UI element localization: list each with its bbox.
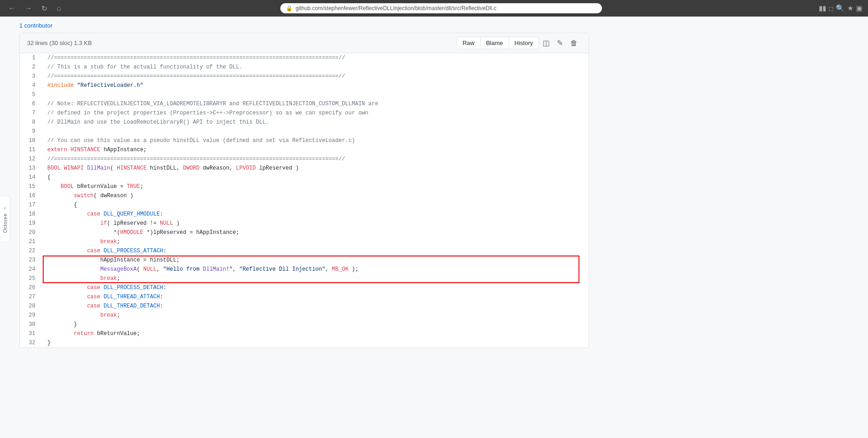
line-number: 18 bbox=[20, 210, 43, 219]
octocat-sidebar[interactable]: › Octoree bbox=[0, 196, 10, 243]
table-row: 14{ bbox=[20, 173, 589, 182]
file-meta: 32 lines (30 sloc) 1.3 KB bbox=[27, 40, 92, 46]
table-row: 32} bbox=[20, 338, 589, 347]
sidebar-chevron-icon: › bbox=[4, 205, 6, 210]
line-code: //======================================… bbox=[43, 72, 589, 81]
line-code: // You can use this value as a pseudo hi… bbox=[43, 136, 589, 145]
line-code: #include "ReflectiveLoader.h" bbox=[43, 81, 589, 90]
forward-button[interactable]: → bbox=[22, 3, 35, 13]
line-number: 4 bbox=[20, 81, 43, 90]
table-row: 11extern HINSTANCE hAppInstance; bbox=[20, 145, 589, 154]
line-number: 16 bbox=[20, 191, 43, 200]
table-row: 1//=====================================… bbox=[20, 53, 589, 63]
reload-button[interactable]: ↻ bbox=[39, 3, 50, 14]
line-number: 10 bbox=[20, 136, 43, 145]
table-row: 13BOOL WINAPI DllMain( HINSTANCE hinstDL… bbox=[20, 164, 589, 173]
code-area: 1//=====================================… bbox=[20, 53, 589, 347]
cast-icon[interactable]: ▮▮ bbox=[819, 4, 826, 12]
contributor-bar: 1 contributor bbox=[19, 17, 589, 33]
raw-button[interactable]: Raw bbox=[457, 37, 481, 49]
table-row: 10// You can use this value as a pseudo … bbox=[20, 136, 589, 145]
url-text: github.com/stephenfewer/ReflectiveDLLInj… bbox=[295, 5, 496, 11]
table-row: 31 return bReturnValue; bbox=[20, 329, 589, 338]
table-row: 18 case DLL_QUERY_HMODULE: bbox=[20, 210, 589, 219]
line-code: case DLL_PROCESS_DETACH: bbox=[43, 283, 589, 292]
line-code: case DLL_THREAD_ATTACH: bbox=[43, 292, 589, 301]
line-number: 32 bbox=[20, 338, 43, 347]
display-icon[interactable]: ◫ bbox=[539, 37, 553, 49]
table-row: 17 { bbox=[20, 200, 589, 210]
back-button[interactable]: ← bbox=[6, 3, 18, 13]
line-code: case DLL_PROCESS_ATTACH: bbox=[43, 246, 589, 256]
screenshot-icon[interactable]: □ bbox=[829, 5, 833, 12]
line-number: 30 bbox=[20, 320, 43, 329]
url-bar[interactable]: 🔒 github.com/stephenfewer/ReflectiveDLLI… bbox=[280, 3, 602, 13]
browser-chrome: ← → ↻ ⌂ 🔒 github.com/stephenfewer/Reflec… bbox=[0, 0, 868, 17]
table-row: 5 bbox=[20, 90, 589, 99]
contributor-link[interactable]: 1 contributor bbox=[19, 22, 52, 29]
table-row: 4#include "ReflectiveLoader.h" bbox=[20, 81, 589, 90]
browser-toolbar-icons: ▮▮ □ 🔍 ★ ▣ bbox=[819, 4, 862, 12]
line-code: } bbox=[43, 320, 589, 329]
line-code: { bbox=[43, 173, 589, 182]
line-code: extern HINSTANCE hAppInstance; bbox=[43, 145, 589, 154]
zoom-icon[interactable]: 🔍 bbox=[836, 4, 845, 12]
line-number: 2 bbox=[20, 63, 43, 72]
line-code: BOOL WINAPI DllMain( HINSTANCE hinstDLL,… bbox=[43, 164, 589, 173]
table-row: 8// DllMain and use the LoadRemoteLibrar… bbox=[20, 118, 589, 127]
line-number: 28 bbox=[20, 301, 43, 311]
line-code: // DllMain and use the LoadRemoteLibrary… bbox=[43, 118, 589, 127]
table-row: 26 case DLL_PROCESS_DETACH: bbox=[20, 283, 589, 292]
line-number: 23 bbox=[20, 256, 43, 265]
table-row: 30 } bbox=[20, 320, 589, 329]
line-code bbox=[43, 90, 589, 99]
line-code: break; bbox=[43, 274, 589, 283]
table-row: 6// Note: REFLECTIVEDLLINJECTION_VIA_LOA… bbox=[20, 99, 589, 108]
line-number: 7 bbox=[20, 108, 43, 118]
blame-button[interactable]: Blame bbox=[480, 37, 509, 49]
line-number: 3 bbox=[20, 72, 43, 81]
line-number: 21 bbox=[20, 237, 43, 246]
line-code: // This is a stub for the actuall functi… bbox=[43, 63, 589, 72]
line-number: 31 bbox=[20, 329, 43, 338]
line-code: MessageBoxA( NULL, "Hello from DllMain!"… bbox=[43, 265, 589, 274]
line-number: 17 bbox=[20, 200, 43, 210]
bookmark-icon[interactable]: ★ bbox=[847, 4, 853, 12]
table-row: 7// defined in the project properties (P… bbox=[20, 108, 589, 118]
table-row: 27 case DLL_THREAD_ATTACH: bbox=[20, 292, 589, 301]
line-code: hAppInstance = hinstDLL; bbox=[43, 256, 589, 265]
table-row: 22 case DLL_PROCESS_ATTACH: bbox=[20, 246, 589, 256]
table-row: 2// This is a stub for the actuall funct… bbox=[20, 63, 589, 72]
sidebar-label: Octoree bbox=[2, 213, 8, 233]
line-number: 26 bbox=[20, 283, 43, 292]
line-number: 19 bbox=[20, 219, 43, 228]
table-row: 28 case DLL_THREAD_DETACH: bbox=[20, 301, 589, 311]
edit-icon[interactable]: ✎ bbox=[553, 37, 567, 49]
table-row: 16 switch( dwReason ) bbox=[20, 191, 589, 200]
history-button[interactable]: History bbox=[509, 37, 539, 49]
table-row: 21 break; bbox=[20, 237, 589, 246]
line-code: { bbox=[43, 200, 589, 210]
line-number: 5 bbox=[20, 90, 43, 99]
line-code: BOOL bReturnValue = TRUE; bbox=[43, 182, 589, 191]
home-button[interactable]: ⌂ bbox=[54, 3, 64, 13]
line-code: //======================================… bbox=[43, 53, 589, 63]
table-row: 24 MessageBoxA( NULL, "Hello from DllMai… bbox=[20, 265, 589, 274]
extensions-icon[interactable]: ▣ bbox=[856, 4, 862, 12]
line-number: 24 bbox=[20, 265, 43, 274]
table-row: 23 hAppInstance = hinstDLL; bbox=[20, 256, 589, 265]
delete-icon[interactable]: 🗑 bbox=[567, 37, 581, 49]
table-row: 20 *(HMODULE *)lpReserved = hAppInstance… bbox=[20, 228, 589, 237]
line-number: 22 bbox=[20, 246, 43, 256]
line-number: 29 bbox=[20, 311, 43, 320]
line-number: 20 bbox=[20, 228, 43, 237]
line-code: *(HMODULE *)lpReserved = hAppInstance; bbox=[43, 228, 589, 237]
table-row: 25 break; bbox=[20, 274, 589, 283]
line-code: // Note: REFLECTIVEDLLINJECTION_VIA_LOAD… bbox=[43, 99, 589, 108]
line-number: 15 bbox=[20, 182, 43, 191]
line-number: 14 bbox=[20, 173, 43, 182]
line-number: 6 bbox=[20, 99, 43, 108]
main-content: 1 contributor 32 lines (30 sloc) 1.3 KB … bbox=[10, 17, 598, 357]
file-header: 32 lines (30 sloc) 1.3 KB Raw Blame Hist… bbox=[20, 33, 589, 53]
line-code: switch( dwReason ) bbox=[43, 191, 589, 200]
